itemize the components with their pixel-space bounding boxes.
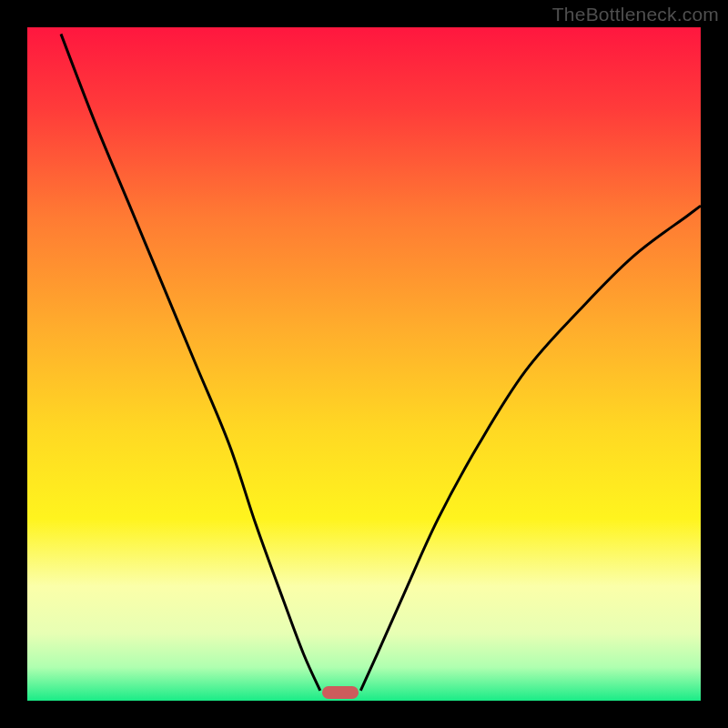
- bottleneck-marker: [322, 686, 359, 699]
- watermark-text: TheBottleneck.com: [552, 4, 719, 25]
- left-curve-path: [61, 34, 320, 691]
- chart-frame: TheBottleneck.com: [0, 0, 728, 728]
- right-curve-path: [360, 206, 701, 691]
- plot-area: [27, 27, 701, 701]
- curve-layer: [27, 27, 701, 701]
